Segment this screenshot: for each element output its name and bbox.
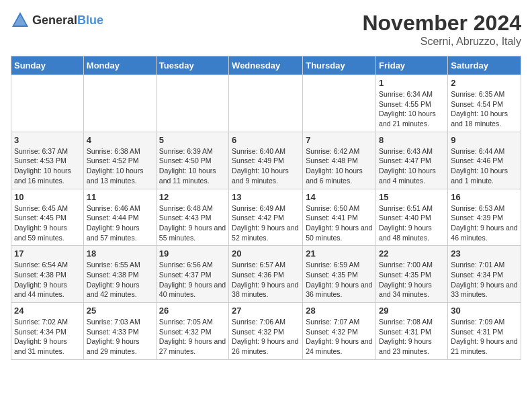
day-info: Sunrise: 6:53 AM Sunset: 4:39 PM Dayligh…: [451, 203, 518, 243]
calendar-cell: 18Sunrise: 6:55 AM Sunset: 4:38 PM Dayli…: [83, 246, 156, 303]
day-number: 26: [159, 306, 226, 316]
day-number: 5: [159, 135, 226, 145]
day-number: 2: [451, 78, 518, 88]
day-number: 12: [159, 192, 226, 202]
day-number: 6: [232, 135, 300, 145]
day-number: 8: [379, 135, 445, 145]
calendar-cell: 21Sunrise: 6:59 AM Sunset: 4:35 PM Dayli…: [303, 246, 376, 303]
day-info: Sunrise: 7:07 AM Sunset: 4:32 PM Dayligh…: [306, 317, 373, 357]
day-number: 18: [87, 248, 153, 259]
day-number: 4: [87, 135, 153, 145]
day-number: 21: [306, 248, 373, 259]
day-number: 11: [87, 192, 153, 202]
day-number: 19: [159, 248, 226, 259]
day-info: Sunrise: 6:55 AM Sunset: 4:38 PM Dayligh…: [87, 260, 153, 300]
calendar-cell: 25Sunrise: 7:03 AM Sunset: 4:33 PM Dayli…: [83, 303, 156, 360]
day-number: 27: [232, 306, 300, 316]
calendar-cell: 16Sunrise: 6:53 AM Sunset: 4:39 PM Dayli…: [448, 189, 521, 246]
calendar-cell: [83, 75, 156, 132]
calendar-cell: 17Sunrise: 6:54 AM Sunset: 4:38 PM Dayli…: [11, 246, 84, 303]
logo-text: GeneralBlue: [32, 13, 103, 28]
calendar-table: SundayMondayTuesdayWednesdayThursdayFrid…: [11, 56, 521, 360]
day-number: 9: [451, 135, 518, 145]
calendar-cell: 30Sunrise: 7:09 AM Sunset: 4:31 PM Dayli…: [448, 303, 521, 360]
day-number: 22: [379, 248, 445, 259]
calendar-cell: [229, 75, 303, 132]
day-number: 28: [306, 306, 373, 316]
day-info: Sunrise: 6:45 AM Sunset: 4:45 PM Dayligh…: [14, 203, 81, 243]
calendar-cell: 14Sunrise: 6:50 AM Sunset: 4:41 PM Dayli…: [303, 189, 376, 246]
calendar-cell: 22Sunrise: 7:00 AM Sunset: 4:35 PM Dayli…: [376, 246, 448, 303]
calendar-cell: 2Sunrise: 6:35 AM Sunset: 4:54 PM Daylig…: [448, 75, 521, 132]
day-number: 10: [14, 192, 81, 202]
calendar-cell: 6Sunrise: 6:40 AM Sunset: 4:49 PM Daylig…: [229, 132, 303, 189]
day-of-week-header: Wednesday: [229, 56, 303, 75]
day-info: Sunrise: 6:57 AM Sunset: 4:36 PM Dayligh…: [232, 260, 300, 300]
day-number: 16: [451, 192, 518, 202]
calendar-cell: 9Sunrise: 6:44 AM Sunset: 4:46 PM Daylig…: [448, 132, 521, 189]
day-number: 25: [87, 306, 153, 316]
day-number: 29: [379, 306, 445, 316]
day-number: 1: [379, 78, 445, 88]
logo-icon: [11, 11, 30, 30]
calendar-cell: 8Sunrise: 6:43 AM Sunset: 4:47 PM Daylig…: [376, 132, 448, 189]
day-info: Sunrise: 6:37 AM Sunset: 4:53 PM Dayligh…: [14, 146, 81, 186]
calendar-cell: 28Sunrise: 7:07 AM Sunset: 4:32 PM Dayli…: [303, 303, 376, 360]
day-info: Sunrise: 6:38 AM Sunset: 4:52 PM Dayligh…: [87, 146, 153, 186]
calendar-cell: 1Sunrise: 6:34 AM Sunset: 4:55 PM Daylig…: [376, 75, 448, 132]
calendar-cell: 27Sunrise: 7:06 AM Sunset: 4:32 PM Dayli…: [229, 303, 303, 360]
day-info: Sunrise: 7:06 AM Sunset: 4:32 PM Dayligh…: [232, 317, 300, 357]
calendar-cell: 5Sunrise: 6:39 AM Sunset: 4:50 PM Daylig…: [156, 132, 228, 189]
calendar-cell: [303, 75, 376, 132]
day-info: Sunrise: 6:46 AM Sunset: 4:44 PM Dayligh…: [87, 203, 153, 243]
day-number: 15: [379, 192, 445, 202]
day-number: 7: [306, 135, 373, 145]
logo-blue: Blue: [77, 13, 103, 27]
calendar-cell: 24Sunrise: 7:02 AM Sunset: 4:34 PM Dayli…: [11, 303, 84, 360]
day-info: Sunrise: 6:49 AM Sunset: 4:42 PM Dayligh…: [232, 203, 300, 243]
calendar-cell: 29Sunrise: 7:08 AM Sunset: 4:31 PM Dayli…: [376, 303, 448, 360]
day-info: Sunrise: 6:39 AM Sunset: 4:50 PM Dayligh…: [159, 146, 226, 186]
day-info: Sunrise: 6:42 AM Sunset: 4:48 PM Dayligh…: [306, 146, 373, 186]
day-info: Sunrise: 6:50 AM Sunset: 4:41 PM Dayligh…: [306, 203, 373, 243]
calendar-cell: 7Sunrise: 6:42 AM Sunset: 4:48 PM Daylig…: [303, 132, 376, 189]
day-info: Sunrise: 6:35 AM Sunset: 4:54 PM Dayligh…: [451, 89, 518, 129]
day-info: Sunrise: 6:34 AM Sunset: 4:55 PM Dayligh…: [379, 89, 445, 129]
calendar-cell: 19Sunrise: 6:56 AM Sunset: 4:37 PM Dayli…: [156, 246, 228, 303]
calendar-cell: 13Sunrise: 6:49 AM Sunset: 4:42 PM Dayli…: [229, 189, 303, 246]
day-number: 23: [451, 248, 518, 259]
header: GeneralBlue November 2024 Scerni, Abruzz…: [11, 11, 521, 48]
day-info: Sunrise: 7:05 AM Sunset: 4:32 PM Dayligh…: [159, 317, 226, 357]
calendar-cell: 4Sunrise: 6:38 AM Sunset: 4:52 PM Daylig…: [83, 132, 156, 189]
title-area: November 2024 Scerni, Abruzzo, Italy: [362, 11, 521, 48]
logo: GeneralBlue: [11, 11, 103, 30]
calendar-cell: 3Sunrise: 6:37 AM Sunset: 4:53 PM Daylig…: [11, 132, 84, 189]
day-info: Sunrise: 7:03 AM Sunset: 4:33 PM Dayligh…: [87, 317, 153, 357]
calendar-cell: 12Sunrise: 6:48 AM Sunset: 4:43 PM Dayli…: [156, 189, 228, 246]
day-number: 14: [306, 192, 373, 202]
day-info: Sunrise: 6:43 AM Sunset: 4:47 PM Dayligh…: [379, 146, 445, 186]
day-info: Sunrise: 7:01 AM Sunset: 4:34 PM Dayligh…: [451, 260, 518, 300]
calendar-cell: 11Sunrise: 6:46 AM Sunset: 4:44 PM Dayli…: [83, 189, 156, 246]
day-of-week-header: Tuesday: [156, 56, 228, 75]
day-of-week-header: Saturday: [448, 56, 521, 75]
day-info: Sunrise: 6:51 AM Sunset: 4:40 PM Dayligh…: [379, 203, 445, 243]
day-info: Sunrise: 6:44 AM Sunset: 4:46 PM Dayligh…: [451, 146, 518, 186]
day-number: 24: [14, 306, 81, 316]
logo-general: General: [32, 13, 77, 27]
month-title: November 2024: [362, 11, 521, 36]
location-title: Scerni, Abruzzo, Italy: [362, 36, 521, 48]
calendar-cell: 20Sunrise: 6:57 AM Sunset: 4:36 PM Dayli…: [229, 246, 303, 303]
calendar-cell: [11, 75, 84, 132]
day-info: Sunrise: 6:56 AM Sunset: 4:37 PM Dayligh…: [159, 260, 226, 300]
day-of-week-header: Sunday: [11, 56, 84, 75]
day-info: Sunrise: 7:09 AM Sunset: 4:31 PM Dayligh…: [451, 317, 518, 357]
day-number: 17: [14, 248, 81, 259]
calendar-cell: 23Sunrise: 7:01 AM Sunset: 4:34 PM Dayli…: [448, 246, 521, 303]
day-info: Sunrise: 6:59 AM Sunset: 4:35 PM Dayligh…: [306, 260, 373, 300]
day-number: 13: [232, 192, 300, 202]
day-number: 30: [451, 306, 518, 316]
day-info: Sunrise: 7:02 AM Sunset: 4:34 PM Dayligh…: [14, 317, 81, 357]
day-info: Sunrise: 6:40 AM Sunset: 4:49 PM Dayligh…: [232, 146, 300, 186]
calendar-cell: 15Sunrise: 6:51 AM Sunset: 4:40 PM Dayli…: [376, 189, 448, 246]
